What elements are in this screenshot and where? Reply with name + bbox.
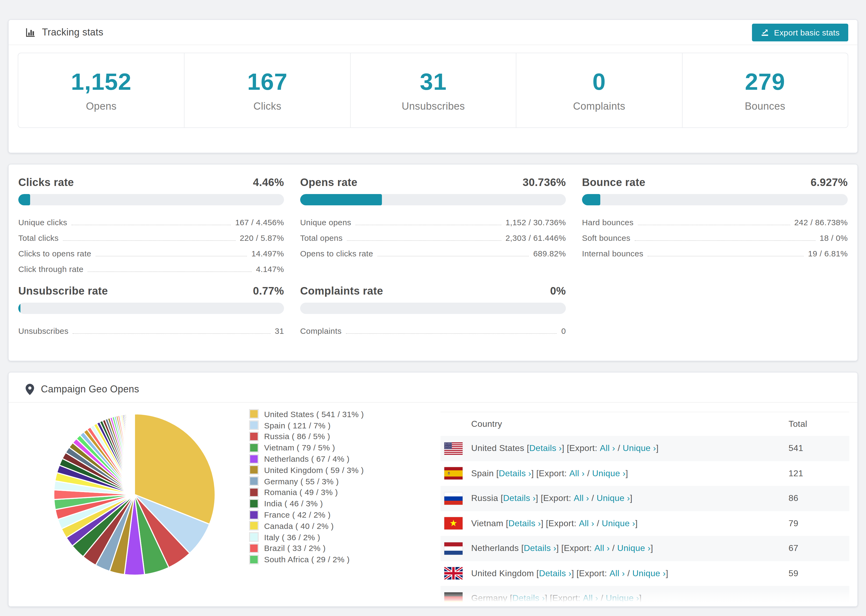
details-link[interactable]: Details › <box>529 444 562 453</box>
campaign-geo-opens-panel: Campaign Geo Opens United States ( 541 /… <box>8 372 858 607</box>
dotted-leader <box>346 333 557 334</box>
export-unique-link[interactable]: Unique › <box>597 494 630 503</box>
rate-progress-fill <box>300 194 382 205</box>
export-all-link[interactable]: All › <box>579 519 594 528</box>
flag-icon-nl <box>444 542 463 555</box>
legend-item-france[interactable]: France ( 42 / 2% ) <box>249 509 364 520</box>
export-unique-link[interactable]: Unique › <box>632 569 666 578</box>
pie-slice-other[interactable] <box>134 414 134 495</box>
legend-swatch <box>249 532 259 542</box>
total-cell: 86 <box>789 494 798 503</box>
rate-detail-label: Hard bounces <box>582 218 634 227</box>
stat-card-opens: 1,152 Opens <box>18 53 184 127</box>
legend-item-russia[interactable]: Russia ( 86 / 5% ) <box>249 431 364 442</box>
export-all-link[interactable]: All › <box>594 544 610 553</box>
stat-card-unsubscribes: 31 Unsubscribes <box>350 53 516 127</box>
rate-value: 6.927% <box>811 176 848 189</box>
country-name: United Kingdom <box>471 569 537 578</box>
legend-item-united-kingdom[interactable]: United Kingdom ( 59 / 3% ) <box>249 464 364 476</box>
export-basic-stats-button[interactable]: Export basic stats <box>752 24 848 41</box>
rate-detail-label: Soft bounces <box>582 233 630 242</box>
stat-card-complaints: 0 Complaints <box>516 53 682 127</box>
rate-detail-value: 2,303 / 61.446% <box>505 233 566 242</box>
geo-header: Campaign Geo Opens <box>9 372 857 402</box>
legend-item-vietnam[interactable]: Vietnam ( 79 / 5% ) <box>249 442 364 453</box>
export-all-link[interactable]: All › <box>569 469 585 478</box>
table-row-germany: Germany [Details ›] [Export: All › / Uni… <box>441 586 849 607</box>
rates-grid: Clicks rate 4.46% Unique clicks 167 / 4.… <box>9 165 857 339</box>
rate-detail-label: Opens to clicks rate <box>300 249 373 258</box>
legend-item-united-states[interactable]: United States ( 541 / 31% ) <box>249 409 364 420</box>
export-all-link[interactable]: All › <box>583 594 598 603</box>
rate-card-clicks-rate: Clicks rate 4.46% Unique clicks 167 / 4.… <box>18 176 284 277</box>
legend-swatch <box>249 409 259 419</box>
pie-legend: United States ( 541 / 31% ) Spain ( 121 … <box>249 409 364 565</box>
rate-detail-value: 18 / 0% <box>819 233 848 242</box>
table-row-united-states: United States [Details ›] [Export: All ›… <box>441 436 849 461</box>
export-all-link[interactable]: All › <box>574 494 589 503</box>
rate-detail-label: Internal bounces <box>582 249 643 258</box>
legend-item-south-africa[interactable]: South Africa ( 29 / 2% ) <box>249 554 364 565</box>
rate-card-bounce-rate: Bounce rate 6.927% Hard bounces 242 / 86… <box>582 176 848 277</box>
details-link[interactable]: Details › <box>539 569 572 578</box>
rate-detail-value: 0 <box>561 326 566 335</box>
rate-value: 0% <box>550 284 566 297</box>
legend-swatch <box>249 465 259 475</box>
export-unique-link[interactable]: Unique › <box>592 469 625 478</box>
legend-item-romania[interactable]: Romania ( 49 / 3% ) <box>249 487 364 498</box>
export-unique-link[interactable]: Unique › <box>617 544 650 553</box>
rate-detail-label: Unsubscribes <box>18 326 69 335</box>
stat-label: Bounces <box>745 101 785 112</box>
legend-label: Netherlands ( 67 / 4% ) <box>264 454 350 464</box>
stat-value: 279 <box>745 68 785 95</box>
legend-swatch <box>249 544 259 553</box>
legend-label: Romania ( 49 / 3% ) <box>264 488 338 497</box>
export-unique-link[interactable]: Unique › <box>623 444 656 453</box>
legend-swatch <box>249 476 259 486</box>
legend-item-canada[interactable]: Canada ( 40 / 2% ) <box>249 520 364 532</box>
stat-value: 167 <box>247 68 288 95</box>
legend-item-italy[interactable]: Italy ( 36 / 2% ) <box>249 532 364 543</box>
details-link[interactable]: Details › <box>503 494 536 503</box>
rate-detail-value: 220 / 5.87% <box>239 233 284 242</box>
country-name: Netherlands <box>471 544 521 553</box>
legend-item-germany[interactable]: Germany ( 55 / 3% ) <box>249 476 364 487</box>
legend-label: Spain ( 121 / 7% ) <box>264 421 331 430</box>
rate-title: Unsubscribe rate <box>18 284 108 297</box>
campaign-stats-page: Tracking stats Export basic stats 1,152 … <box>0 0 866 616</box>
flag-icon-vn <box>444 517 463 530</box>
legend-label: Canada ( 40 / 2% ) <box>264 522 334 531</box>
total-cell: 67 <box>789 544 798 553</box>
export-all-link[interactable]: All › <box>609 569 625 578</box>
legend-item-spain[interactable]: Spain ( 121 / 7% ) <box>249 420 364 431</box>
rate-detail-value: 14.497% <box>252 249 284 258</box>
table-row-netherlands: Netherlands [Details ›] [Export: All › /… <box>441 536 849 561</box>
legend-swatch <box>249 510 259 520</box>
legend-item-brazil[interactable]: Brazil ( 33 / 2% ) <box>249 543 364 554</box>
export-unique-link[interactable]: Unique › <box>606 594 639 603</box>
legend-item-netherlands[interactable]: Netherlands ( 67 / 4% ) <box>249 453 364 464</box>
export-all-link[interactable]: All › <box>600 444 615 453</box>
legend-swatch <box>249 555 259 564</box>
legend-item-india[interactable]: India ( 46 / 3% ) <box>249 498 364 509</box>
dotted-leader <box>347 240 501 241</box>
rate-detail-row: Internal bounces 19 / 6.81% <box>582 246 848 261</box>
details-link[interactable]: Details › <box>524 544 556 553</box>
rate-detail-row: Unique opens 1,152 / 30.736% <box>300 214 566 230</box>
stat-label: Unsubscribes <box>402 101 465 112</box>
dotted-leader <box>63 240 236 241</box>
geo-opens-table: Country Total United States [Details ›] … <box>441 412 849 607</box>
rate-detail-row: Unsubscribes 31 <box>18 323 284 339</box>
export-unique-link[interactable]: Unique › <box>602 519 635 528</box>
rate-detail-row: Unique clicks 167 / 4.456% <box>18 214 284 230</box>
bar-chart-icon <box>25 27 36 37</box>
legend-label: Germany ( 55 / 3% ) <box>264 476 339 486</box>
stat-label: Clicks <box>254 101 281 112</box>
details-link[interactable]: Details › <box>508 519 541 528</box>
details-link[interactable]: Details › <box>499 469 531 478</box>
column-header-total: Total <box>789 419 808 429</box>
details-link[interactable]: Details › <box>512 594 545 603</box>
legend-label: Vietnam ( 79 / 5% ) <box>264 443 335 452</box>
summary-stats-row: 1,152 Opens167 Clicks31 Unsubscribes0 Co… <box>18 53 848 128</box>
rate-detail-row: Total clicks 220 / 5.87% <box>18 230 284 246</box>
